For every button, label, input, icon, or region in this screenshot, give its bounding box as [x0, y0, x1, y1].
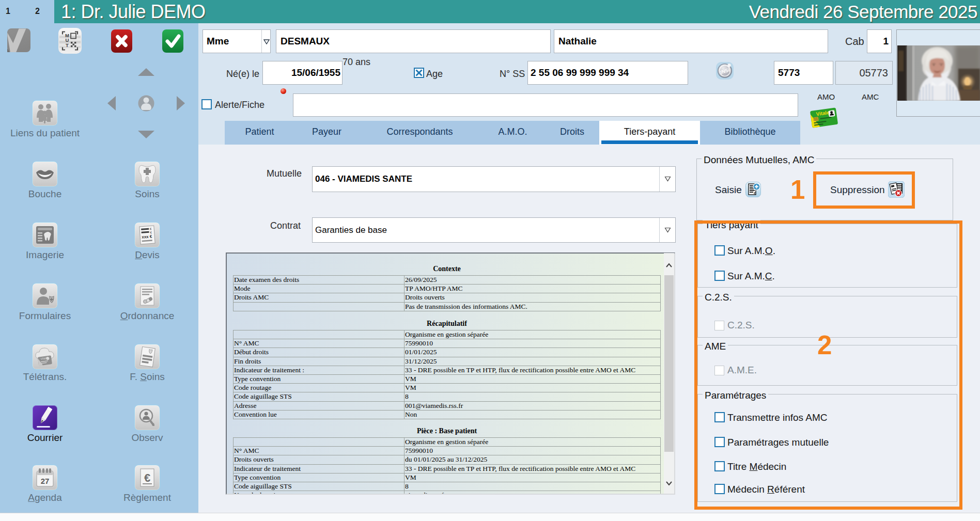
- svg-text:xxx €: xxx €: [142, 234, 152, 239]
- svg-text:€: €: [754, 191, 756, 196]
- svg-text:T: T: [66, 42, 69, 48]
- svg-text:€: €: [144, 471, 150, 484]
- svg-text:27: 27: [41, 477, 50, 485]
